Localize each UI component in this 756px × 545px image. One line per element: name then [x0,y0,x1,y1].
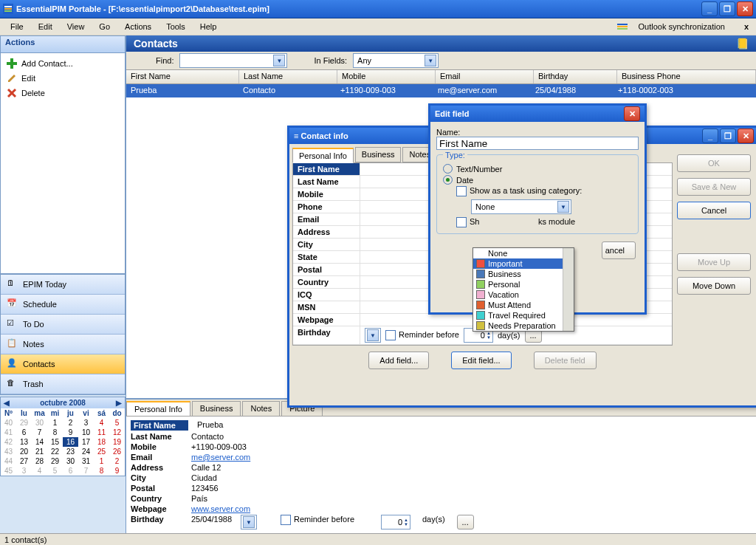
ci-field-label[interactable]: Email [293,213,360,225]
ef-cancel-button[interactable]: ancel [602,241,636,259]
dropdown-item[interactable]: Important [473,258,563,269]
ci-cancel-button[interactable]: Cancel [677,202,751,219]
ef-show-tasks-module-checkbox[interactable]: Sh_____________ks module [456,217,632,227]
menu-go[interactable]: Go [92,20,117,33]
menu-view[interactable]: View [60,20,92,33]
col-birthday[interactable]: Birthday [534,70,617,83]
col-businessphone[interactable]: Business Phone [617,70,756,83]
menu-tools[interactable]: Tools [159,20,193,33]
contact-detail-pane: Personal Info Business Notes Picture Fir… [126,398,756,533]
ci-moveup-button[interactable]: Move Up [677,253,751,271]
contact-row[interactable]: Prueba Contacto +1190-009-003 me@server.… [126,84,756,97]
ci-close-button[interactable]: ✕ [738,128,754,143]
ci-field-label[interactable]: Postal [293,264,360,275]
ci-field-label[interactable]: First Name [293,163,360,175]
ci-field-label[interactable]: State [293,251,360,263]
dropdown-item[interactable]: Vacation [473,289,563,300]
menu-actions[interactable]: Actions [117,20,159,33]
action-add-contact[interactable]: Add Contact... [4,56,122,71]
chevron-down-icon[interactable]: ▼ [557,201,569,213]
ci-field-label[interactable]: Webpage [293,314,360,326]
calendar-grid[interactable]: Nºlumamijuvisádo402930123454167891011124… [1,408,125,476]
dropdown-item[interactable]: Must Attend [473,300,563,310]
chevron-down-icon[interactable]: ▼ [273,55,285,66]
ci-field-label[interactable]: ICQ [293,289,360,301]
ci-field-label[interactable]: MSN [293,301,360,313]
ci-field-label[interactable]: Last Name [293,176,360,188]
ef-category-select[interactable]: None▼ [471,199,571,214]
tab-notes[interactable]: Notes [242,401,280,416]
todo-icon: ☑ [7,318,18,330]
col-firstname[interactable]: First Name [126,70,239,83]
nav-epim-today[interactable]: 🗓EPIM Today [1,275,125,295]
ci-tab-personal[interactable]: Personal Info [292,148,354,163]
ci-maximize-button[interactable]: ❐ [720,128,736,143]
contacts-grid-header: First Name Last Name Mobile Email Birthd… [126,70,756,84]
dropdown-item[interactable]: None [473,248,563,258]
ci-field-label[interactable]: City [293,239,360,250]
ci-reminder-checkbox[interactable]: Reminder before [385,330,459,340]
tab-business[interactable]: Business [192,401,241,416]
chevron-down-icon[interactable]: ▼ [425,55,436,66]
menu-file[interactable]: File [3,20,31,33]
sync-close-icon[interactable]: x [740,20,753,33]
ef-close-button[interactable]: ✕ [624,106,640,121]
col-email[interactable]: Email [436,70,534,83]
action-edit[interactable]: Edit [4,71,122,86]
ci-movedown-button[interactable]: Move Down [677,277,751,295]
birthday-picker[interactable]: ▼ [241,515,257,529]
outlook-sync-button[interactable]: Outlook synchronization [610,18,739,35]
cal-next-button[interactable]: ▶ [116,399,122,407]
dropdown-item[interactable]: Needs Preparation [473,321,563,331]
find-input[interactable]: ▼ [179,53,287,68]
plus-icon [7,58,17,69]
dropdown-item[interactable]: Travel Required [473,310,563,321]
infields-select[interactable]: Any▼ [353,53,439,68]
ci-field-label[interactable]: Birthday [293,326,360,344]
cal-prev-button[interactable]: ◀ [4,399,10,407]
window-title: EssentialPIM Portable - [F:\essentialpim… [16,4,701,13]
ci-field-label[interactable]: Country [293,276,360,288]
cal-title[interactable]: octubre 2008 [40,399,86,407]
nav-todo[interactable]: ☑To Do [1,315,125,335]
ci-field-label[interactable]: Address [293,226,360,238]
nav-list: 🗓EPIM Today 📅Schedule ☑To Do 📋Notes 👤Con… [0,274,126,395]
reminder-value[interactable]: 0▲▼ [381,515,410,529]
menu-edit[interactable]: Edit [31,20,60,33]
nav-contacts[interactable]: 👤Contacts [1,354,125,374]
col-lastname[interactable]: Last Name [239,70,337,83]
ci-field-label[interactable]: Phone [293,201,360,213]
minimize-button[interactable]: _ [701,1,718,16]
add-field-button[interactable]: Add field... [368,352,429,369]
maximize-button[interactable]: ❐ [719,1,735,16]
category-dropdown-list[interactable]: NoneImportantBusinessPersonalVacationMus… [472,247,574,332]
delete-field-button[interactable]: Delete field [534,352,597,369]
nav-schedule[interactable]: 📅Schedule [1,295,125,315]
tab-personal-info[interactable]: Personal Info [126,401,190,416]
nav-trash[interactable]: 🗑Trash [1,374,125,394]
notes-icon: 📋 [7,338,18,350]
dropdown-item[interactable]: Personal [473,279,563,289]
ci-field-label[interactable]: Mobile [293,188,360,200]
menu-help[interactable]: Help [193,20,224,33]
menubar: File Edit View Go Actions Tools Help Out… [0,18,756,35]
ci-ok-button[interactable]: OK [677,154,751,172]
reminder-more-button[interactable]: ... [457,515,474,529]
ci-tab-business[interactable]: Business [355,147,402,162]
reminder-checkbox[interactable]: Reminder before [281,515,354,529]
ef-radio-text[interactable]: Text/Number [443,164,632,174]
ef-radio-date[interactable]: Date [443,175,632,185]
ci-save-new-button[interactable]: Save & New [677,178,751,196]
nav-notes[interactable]: 📋Notes [1,335,125,354]
close-button[interactable]: ✕ [737,1,753,16]
ef-show-task-checkbox[interactable]: Show as a task using category: [456,186,632,196]
ef-name-input[interactable] [436,137,639,150]
ci-minimize-button[interactable]: _ [702,128,718,143]
edit-field-button[interactable]: Edit field... [451,352,511,369]
col-mobile[interactable]: Mobile [337,70,436,83]
dropdown-item[interactable]: Business [473,269,563,279]
ef-name-label: Name: [436,128,639,137]
ci-birthday-picker[interactable]: ▼ [365,328,381,343]
detail-label: Birthday [131,515,182,529]
action-delete[interactable]: Delete [4,86,122,100]
